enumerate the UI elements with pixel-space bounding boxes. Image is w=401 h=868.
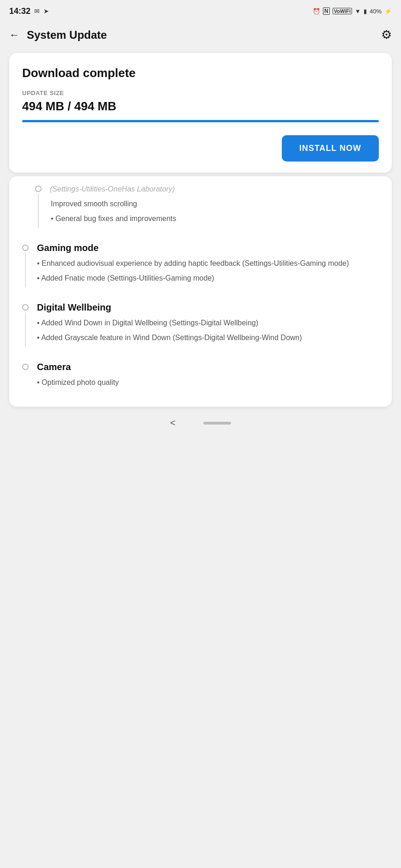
nfc-icon: N	[323, 7, 330, 15]
download-title: Download complete	[22, 66, 379, 80]
forward-icon: ➤	[43, 7, 49, 15]
gaming-mode-section: Gaming mode • Enhanced audiovisual exper…	[9, 235, 392, 295]
camera-bullet-1: • Optimized photo quality	[37, 377, 379, 388]
battery-text: 40%	[370, 8, 382, 15]
notes-top-fade: (Settings-Utilities-OneHas Laboratory) I…	[9, 176, 392, 235]
scrolling-section: (Settings-Utilities-OneHas Laboratory) I…	[22, 180, 379, 235]
progress-bar	[22, 120, 379, 122]
header-left: ← System Update	[9, 29, 107, 42]
alarm-icon: ⏰	[313, 8, 320, 15]
gaming-heading: Gaming mode	[37, 243, 379, 253]
digital-wellbeing-section: Digital Wellbeing • Added Wind Down in D…	[9, 295, 392, 354]
wifi-icon: ▼	[355, 8, 361, 15]
wellbeing-heading: Digital Wellbeing	[37, 302, 379, 313]
gaming-bullet-2: • Added Fnatic mode (Settings-Utilities-…	[37, 273, 379, 284]
camera-section: Camera • Optimized photo quality	[9, 354, 392, 399]
note-bug-fixes: • General bug fixes and improvements	[50, 213, 366, 224]
back-nav-icon: <	[170, 418, 176, 428]
header: ← System Update ⚙	[0, 22, 401, 49]
gmail-icon: ✉	[34, 7, 40, 15]
nav-home-pill[interactable]	[203, 422, 231, 425]
dot-line-scrolling	[35, 184, 42, 228]
back-button[interactable]: ←	[9, 29, 19, 41]
status-time: 14:32	[9, 6, 30, 16]
wellbeing-content: Digital Wellbeing • Added Wind Down in D…	[37, 302, 379, 347]
status-right: ⏰ N VoWiFi ▼ ▮ 40% ⚡	[313, 7, 392, 15]
install-now-button[interactable]: INSTALL NOW	[282, 135, 379, 162]
download-card: Download complete UPDATE SIZE 494 MB / 4…	[9, 53, 392, 173]
camera-content: Camera • Optimized photo quality	[37, 362, 379, 392]
page-title: System Update	[27, 29, 107, 42]
note-smooth-scrolling: Improved smooth scrolling	[50, 198, 366, 210]
update-size-value: 494 MB / 494 MB	[22, 99, 379, 114]
scrolling-content: (Settings-Utilities-OneHas Laboratory) I…	[50, 184, 366, 228]
wellbeing-bullet-2: • Added Grayscale feature in Wind Down (…	[37, 332, 379, 343]
dot-line-camera	[22, 362, 29, 392]
status-bar: 14:32 ✉ ➤ ⏰ N VoWiFi ▼ ▮ 40% ⚡	[0, 0, 401, 22]
signal-icon: ▮	[364, 8, 367, 15]
dot-line-wellbeing	[22, 302, 29, 347]
progress-bar-fill	[22, 120, 379, 122]
camera-heading: Camera	[37, 362, 379, 372]
nav-bar: <	[0, 410, 401, 434]
section-line-gaming	[25, 253, 26, 287]
gear-icon: ⚙	[381, 28, 392, 42]
update-notes-card: (Settings-Utilities-OneHas Laboratory) I…	[9, 176, 392, 407]
settings-button[interactable]: ⚙	[381, 28, 392, 42]
section-dot-camera	[22, 364, 29, 370]
dot-line-gaming	[22, 243, 29, 287]
section-line-wellbeing	[25, 312, 26, 347]
section-dot-gaming	[22, 245, 29, 251]
gaming-content: Gaming mode • Enhanced audiovisual exper…	[37, 243, 379, 287]
gaming-bullet-1: • Enhanced audiovisual experience by add…	[37, 258, 379, 269]
section-line-scrolling	[38, 194, 39, 228]
status-left: 14:32 ✉ ➤	[9, 6, 49, 16]
wellbeing-bullet-1: • Added Wind Down in Digital Wellbeing (…	[37, 317, 379, 329]
note-top-fade-text: (Settings-Utilities-OneHas Laboratory)	[50, 184, 366, 195]
battery-icon: ⚡	[384, 8, 392, 15]
vowifi-icon: VoWiFi	[333, 8, 352, 14]
section-dot-wellbeing	[22, 304, 29, 311]
nav-back-button[interactable]: <	[170, 418, 176, 428]
section-dot-scrolling	[35, 186, 42, 192]
install-btn-row: INSTALL NOW	[22, 135, 379, 162]
update-size-label: UPDATE SIZE	[22, 90, 379, 96]
